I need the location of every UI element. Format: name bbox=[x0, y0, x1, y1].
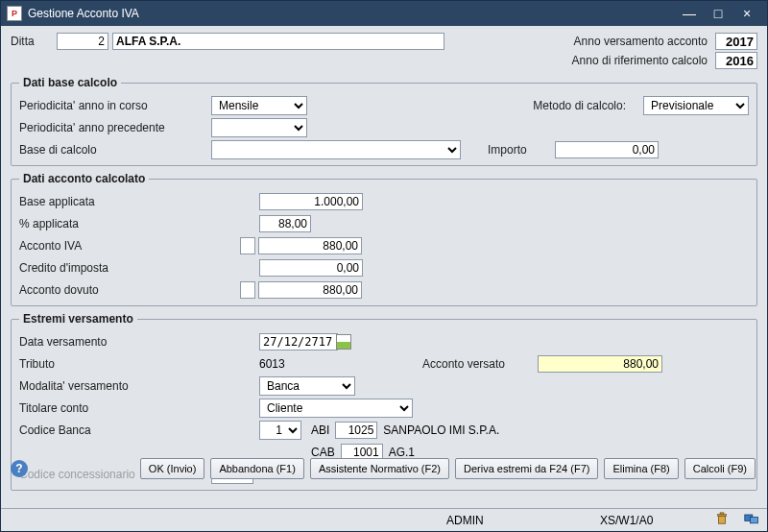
tributo-label: Tributo bbox=[19, 357, 211, 371]
ok-button[interactable]: OK (Invio) bbox=[140, 458, 205, 479]
app-icon: P bbox=[7, 6, 22, 21]
metodo-calcolo-label: Metodo di calcolo: bbox=[533, 99, 626, 112]
metodo-calcolo-select[interactable]: Previsionale bbox=[643, 96, 749, 115]
window-title: Gestione Acconto IVA bbox=[28, 7, 675, 20]
abi-label: ABI bbox=[311, 423, 329, 437]
trash-icon[interactable] bbox=[715, 512, 729, 528]
button-bar: OK (Invio) Abbandona (F1) Assistente Nor… bbox=[1, 458, 767, 479]
codice-banca-label: Codice Banca bbox=[19, 423, 211, 437]
modalita-versamento-label: Modalita' versamento bbox=[19, 379, 211, 393]
modalita-versamento-select[interactable]: Banca bbox=[259, 376, 355, 396]
section-acconto-calcolato: Dati acconto calcolato Base applicata % … bbox=[11, 172, 757, 306]
base-calcolo-select[interactable] bbox=[211, 140, 461, 159]
minimize-button[interactable]: — bbox=[675, 6, 704, 21]
anno-versamento-input[interactable] bbox=[715, 33, 757, 50]
titlebar: P Gestione Acconto IVA — □ × bbox=[1, 1, 767, 26]
window-body: Ditta Anno versamento acconto Anno di ri… bbox=[1, 26, 767, 508]
anno-riferimento-label: Anno di riferimento calcolo bbox=[572, 54, 708, 67]
perc-applicata-label: % applicata bbox=[19, 217, 211, 230]
window-root: P Gestione Acconto IVA — □ × Ditta Anno … bbox=[0, 0, 768, 532]
acconto-versato-input[interactable] bbox=[538, 355, 662, 373]
titolare-conto-select[interactable]: Cliente bbox=[259, 399, 413, 418]
acconto-dovuto-checkbox[interactable] bbox=[240, 281, 255, 299]
calendar-icon[interactable] bbox=[336, 334, 351, 350]
codice-banca-select[interactable]: 1 bbox=[259, 421, 301, 440]
base-calcolo-label: Base di calcolo bbox=[19, 143, 211, 157]
maximize-button[interactable]: □ bbox=[704, 6, 732, 21]
section-dati-base-legend: Dati base calcolo bbox=[19, 76, 121, 89]
banca-name: SANPAOLO IMI S.P.A. bbox=[383, 423, 499, 437]
perc-applicata-input[interactable] bbox=[259, 215, 311, 232]
anno-riferimento-input[interactable] bbox=[715, 52, 757, 69]
anno-versamento-label: Anno versamento acconto bbox=[574, 35, 708, 48]
acconto-dovuto-input[interactable] bbox=[258, 281, 362, 299]
ditta-number-input[interactable] bbox=[57, 33, 108, 50]
elimina-button[interactable]: Elimina (F8) bbox=[604, 458, 678, 479]
credito-imposta-input[interactable] bbox=[259, 259, 363, 277]
acconto-iva-checkbox[interactable] bbox=[240, 237, 255, 254]
acconto-dovuto-label: Acconto dovuto bbox=[19, 283, 211, 297]
close-button[interactable]: × bbox=[732, 6, 761, 21]
data-versamento-input[interactable] bbox=[259, 333, 338, 351]
svg-rect-4 bbox=[750, 517, 757, 522]
calcoli-button[interactable]: Calcoli (F9) bbox=[684, 458, 756, 479]
base-applicata-input[interactable] bbox=[259, 193, 363, 210]
acconto-iva-label: Acconto IVA bbox=[19, 239, 211, 253]
periodicita-prec-select[interactable] bbox=[211, 118, 307, 137]
statusbar-user: ADMIN bbox=[446, 514, 590, 527]
acconto-iva-input[interactable] bbox=[258, 237, 362, 254]
importo-input[interactable] bbox=[555, 141, 659, 158]
ditta-label: Ditta bbox=[11, 35, 57, 48]
svg-rect-0 bbox=[719, 516, 726, 523]
section-dati-base: Dati base calcolo Periodicita' anno in c… bbox=[11, 76, 757, 166]
titolare-conto-label: Titolare conto bbox=[19, 401, 211, 415]
cab-desc: AG.1 bbox=[389, 446, 415, 459]
importo-label: Importo bbox=[488, 143, 555, 157]
statusbar-code: XS/W1/A0 bbox=[600, 514, 706, 527]
cab-label: CAB bbox=[311, 446, 335, 459]
section-acconto-calcolato-legend: Dati acconto calcolato bbox=[19, 172, 149, 185]
data-versamento-label: Data versamento bbox=[19, 335, 211, 349]
svg-rect-2 bbox=[720, 513, 724, 515]
abbandona-button[interactable]: Abbandona (F1) bbox=[210, 458, 304, 479]
screens-icon[interactable] bbox=[744, 512, 759, 528]
credito-imposta-label: Credito d'imposta bbox=[19, 261, 211, 275]
abi-input[interactable] bbox=[335, 422, 377, 439]
assistente-button[interactable]: Assistente Normativo (F2) bbox=[310, 458, 449, 479]
tributo-value: 6013 bbox=[259, 357, 355, 371]
periodicita-prec-label: Periodicita' anno precedente bbox=[19, 121, 211, 134]
acconto-versato-label: Acconto versato bbox=[422, 357, 538, 371]
statusbar: ADMIN XS/W1/A0 bbox=[1, 508, 767, 531]
ditta-name-input[interactable] bbox=[112, 33, 444, 50]
deriva-button[interactable]: Deriva estremi da F24 (F7) bbox=[455, 458, 598, 479]
periodicita-corso-select[interactable]: Mensile bbox=[211, 96, 307, 115]
periodicita-corso-label: Periodicita' anno in corso bbox=[19, 99, 211, 112]
section-estremi-versamento-legend: Estremi versamento bbox=[19, 312, 137, 326]
base-applicata-label: Base applicata bbox=[19, 195, 211, 208]
